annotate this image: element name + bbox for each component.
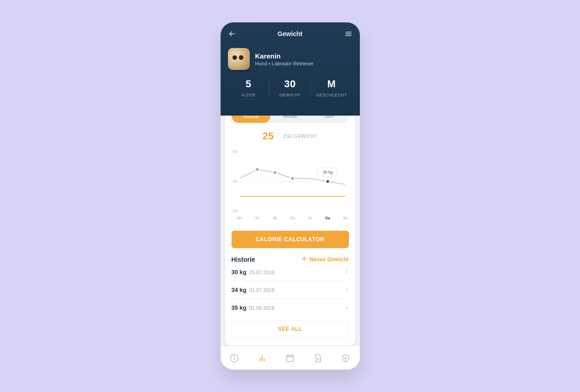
tab-info[interactable] <box>225 349 243 367</box>
history-item-weight: 35 kg <box>232 304 247 311</box>
tab-document[interactable] <box>309 349 327 367</box>
stats-icon <box>257 353 267 363</box>
add-weight-button[interactable]: Neues Gewicht <box>301 255 348 263</box>
svg-point-10 <box>273 171 276 175</box>
history-header: Historie Neues Gewicht <box>232 255 349 263</box>
phone-frame: Gewicht Karenin Hund • Labrador Retrieve… <box>221 22 360 370</box>
stat-weight-label: GEWICHT <box>269 93 311 97</box>
target-weight-row: 25 ZIELGEWICHT <box>232 130 349 142</box>
add-weight-label: Neues Gewicht <box>309 256 348 263</box>
document-icon <box>313 353 323 363</box>
history-title: Historie <box>232 256 255 263</box>
target-weight-label: ZIELGEWICHT <box>283 134 317 139</box>
shield-plus-icon <box>341 353 351 363</box>
history-item-weight: 34 kg <box>232 286 247 293</box>
history-item[interactable]: 34 kg01.07.2018 <box>232 281 349 299</box>
svg-text:Do: Do <box>290 216 295 220</box>
svg-point-9 <box>255 168 259 171</box>
calorie-calculator-button[interactable]: CALORIE CALCULATOR <box>232 231 349 248</box>
weight-chart: 20304030 kgMoDiMiDoFrSaSo <box>232 149 349 222</box>
header: Gewicht Karenin Hund • Labrador Retrieve… <box>221 22 360 116</box>
history-item-weight: 30 kg <box>232 269 247 275</box>
header-bar: Gewicht <box>228 30 353 38</box>
svg-text:Fr: Fr <box>308 216 311 220</box>
pet-profile-text: Karenin Hund • Labrador Retriever <box>255 52 314 66</box>
svg-text:20: 20 <box>232 208 237 213</box>
tab-stats[interactable] <box>253 349 271 367</box>
stat-age-label: ALTER <box>228 93 269 97</box>
chevron-right-icon <box>344 303 349 312</box>
svg-point-26 <box>234 356 234 356</box>
svg-text:Di: Di <box>255 216 259 220</box>
pet-stats: 5 ALTER 30 GEWICHT M GESCHLECHT <box>228 78 353 97</box>
svg-text:Sa: Sa <box>325 216 330 220</box>
page-title: Gewicht <box>278 30 302 37</box>
svg-rect-30 <box>287 355 294 361</box>
stat-sex: M GESCHLECHT <box>311 78 353 97</box>
tab-calendar[interactable] <box>281 349 299 367</box>
tab-bar <box>221 346 360 370</box>
pet-name: Karenin <box>255 52 314 60</box>
svg-point-11 <box>290 177 294 180</box>
calendar-icon <box>285 353 295 363</box>
history-item-date: 01.06.2018 <box>249 305 274 311</box>
weight-chart-svg[interactable]: 20304030 kgMoDiMiDoFrSaSo <box>232 149 349 222</box>
stat-sex-label: GESCHLECHT <box>311 93 353 97</box>
chevron-right-icon <box>344 268 349 276</box>
stat-age-value: 5 <box>228 78 269 90</box>
chevron-right-icon <box>344 286 349 294</box>
plus-icon <box>301 255 307 263</box>
target-divider <box>278 132 279 140</box>
pet-profile: Karenin Hund • Labrador Retriever <box>228 48 353 70</box>
history-item[interactable]: 35 kg01.06.2018 <box>232 299 349 316</box>
stat-age: 5 ALTER <box>228 78 269 97</box>
svg-text:Mo: Mo <box>237 216 242 220</box>
menu-icon[interactable] <box>344 30 353 38</box>
svg-text:30 kg: 30 kg <box>322 170 332 175</box>
history-item[interactable]: 30 kg29.07.2018 <box>232 263 349 281</box>
tab-shield[interactable] <box>337 349 355 367</box>
stat-weight: 30 GEWICHT <box>269 78 311 97</box>
target-weight-value: 25 <box>263 130 274 142</box>
pet-avatar[interactable] <box>228 48 250 70</box>
history-item-date: 29.07.2018 <box>249 270 274 275</box>
svg-point-12 <box>326 180 329 183</box>
history-list: 30 kg29.07.201834 kg01.07.201835 kg01.06… <box>232 263 349 316</box>
history-item-date: 01.07.2018 <box>249 287 274 293</box>
back-arrow-icon[interactable] <box>228 30 236 38</box>
see-all-button[interactable]: SEE ALL <box>232 320 349 338</box>
svg-text:Mi: Mi <box>273 216 277 220</box>
stat-sex-value: M <box>311 78 353 90</box>
weight-card: Woche Monat Jahr 25 ZIELGEWICHT 20304030… <box>225 103 355 345</box>
svg-text:30: 30 <box>232 179 237 184</box>
svg-text:40: 40 <box>232 149 237 154</box>
stat-weight-value: 30 <box>269 78 311 90</box>
pet-meta: Hund • Labrador Retriever <box>255 61 314 66</box>
info-icon <box>229 353 239 363</box>
svg-text:So: So <box>343 216 348 220</box>
